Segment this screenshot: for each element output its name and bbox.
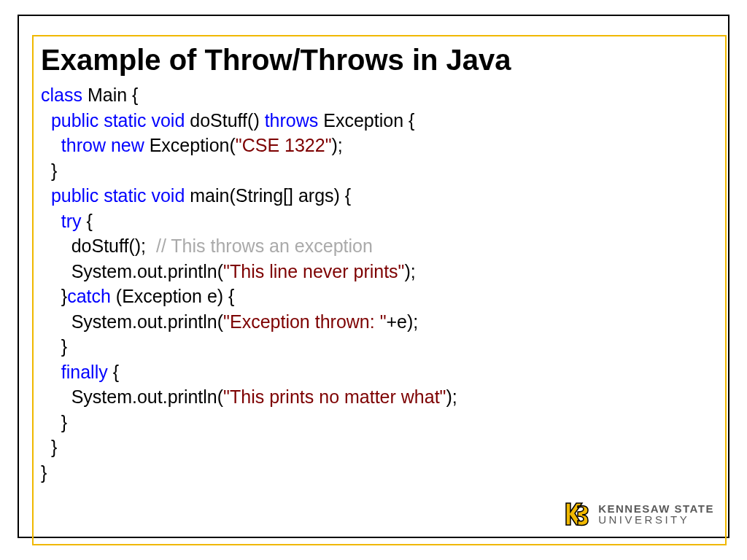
slide-title: Example of Throw/Throws in Java [41,44,712,77]
slide-content: Example of Throw/Throws in Java class Ma… [41,44,712,485]
code-text: ); [446,386,457,407]
code-text: System.out.println( [41,386,223,407]
code-text: } [41,462,47,483]
code-text: { [108,362,119,382]
keyword: public static void [51,110,185,131]
code-text: (Exception e) { [111,286,235,306]
code-block: class Main { public static void doStuff(… [41,82,712,485]
keyword: public static void [51,185,185,206]
keyword: throws [265,110,319,131]
code-text: System.out.println( [41,311,223,332]
code-text: System.out.println( [41,261,223,281]
keyword: try [61,211,82,231]
code-text: main(String[] args) { [185,185,351,206]
code-text: +e); [387,311,419,332]
keyword: finally [61,362,108,382]
keyword: throw new [61,135,144,155]
code-text: Exception( [144,135,236,155]
code-text: } [41,160,57,181]
code-text: } [41,412,67,432]
keyword: catch [67,286,111,306]
code-text: ); [405,261,416,281]
string-literal: "This prints no matter what" [223,386,446,407]
string-literal: "Exception thrown: " [223,311,386,332]
logo-line1: KENNESAW STATE [598,503,714,514]
logo-line2: UNIVERSITY [598,514,714,525]
code-text: doStuff() [185,110,264,131]
string-literal: "CSE 1322" [236,135,332,155]
code-text: } [41,336,67,357]
code-text: } [41,286,67,306]
logo-text: KENNESAW STATE UNIVERSITY [598,503,714,525]
string-literal: "This line never prints" [223,261,404,281]
keyword: class [41,85,82,105]
code-text: doStuff(); [41,236,156,256]
ks-logo-icon [562,497,592,531]
code-text: } [41,437,57,457]
code-text: Exception { [318,110,414,131]
code-text: { [82,211,93,231]
code-text: ); [332,135,343,155]
comment: // This throws an exception [156,236,373,256]
university-logo: KENNESAW STATE UNIVERSITY [562,497,714,531]
code-text: Main { [82,85,138,105]
